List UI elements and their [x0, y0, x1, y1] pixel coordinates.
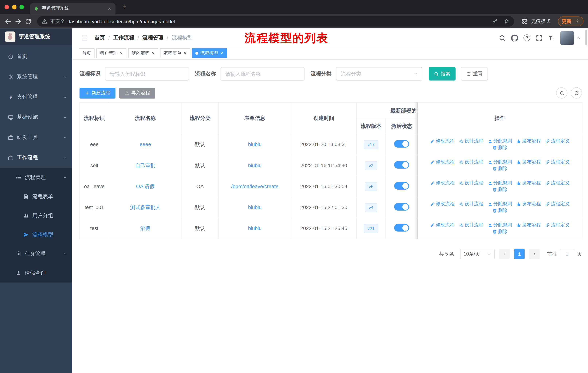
active-toggle[interactable] [394, 140, 409, 148]
github-icon[interactable] [511, 34, 518, 41]
create-process-button[interactable]: 新建流程 [79, 87, 116, 98]
search-button[interactable]: 搜索 [429, 67, 456, 81]
delete-link[interactable]: 删除 [492, 207, 507, 214]
sidebar-item-workflow[interactable]: 工作流程 [0, 148, 72, 168]
sidebar-item-process-management[interactable]: 流程管理 [0, 168, 72, 187]
assign-rules-link[interactable]: 分配规则 [488, 180, 512, 186]
form-info-link[interactable]: biubiu [248, 226, 262, 231]
browser-menu-kebab-icon[interactable] [575, 19, 580, 24]
form-info-link[interactable]: /bpm/oa/leave/create [231, 184, 278, 189]
sidebar-item-infrastructure[interactable]: 基础设施 [0, 107, 72, 127]
tag-close-icon[interactable]: × [151, 51, 155, 56]
tag-home[interactable]: 首页 [79, 48, 94, 58]
design-process-link[interactable]: 设计流程 [459, 201, 483, 207]
next-page-button[interactable] [529, 249, 540, 259]
modify-process-link[interactable]: 修改流程 [430, 222, 455, 228]
tag-process-models-active[interactable]: 流程模型 × [192, 48, 227, 58]
delete-link[interactable]: 删除 [492, 165, 507, 172]
prev-page-button[interactable] [499, 249, 510, 259]
publish-process-link[interactable]: 发布流程 [516, 180, 541, 186]
delete-link[interactable]: 删除 [492, 144, 507, 151]
design-process-link[interactable]: 设计流程 [459, 180, 483, 186]
tag-tenant-management[interactable]: 租户管理 × [96, 48, 126, 58]
sidebar-logo[interactable]: 芋道管理系统 [0, 28, 72, 45]
reset-button[interactable]: 重置 [461, 67, 488, 81]
sidebar-item-process-forms[interactable]: 流程表单 [0, 187, 72, 206]
process-category-select[interactable]: 流程分类 [336, 67, 422, 81]
active-toggle[interactable] [394, 161, 409, 169]
process-id-input[interactable] [105, 67, 189, 81]
current-page-button[interactable]: 1 [514, 249, 525, 259]
close-window-button[interactable] [5, 5, 9, 10]
publish-process-link[interactable]: 发布流程 [516, 222, 541, 228]
import-process-button[interactable]: 导入流程 [119, 87, 155, 98]
assign-rules-link[interactable]: 分配规则 [488, 222, 512, 228]
modify-process-link[interactable]: 修改流程 [430, 159, 455, 165]
modify-process-link[interactable]: 修改流程 [430, 138, 455, 144]
breadcrumb-item[interactable]: 流程管理 [142, 34, 163, 41]
sidebar-item-dev-tools[interactable]: 研发工具 [0, 128, 72, 148]
breadcrumb-item[interactable]: 首页 [94, 34, 105, 41]
goto-page-input[interactable] [560, 249, 574, 259]
page-size-select[interactable]: 10条/页 [460, 249, 494, 259]
process-name-link[interactable]: 测试多审批人 [130, 204, 161, 210]
avatar-caret-down-icon[interactable] [577, 36, 581, 40]
minimize-window-button[interactable] [12, 5, 17, 10]
sidebar-item-user-groups[interactable]: 用户分组 [0, 206, 72, 225]
zoom-window-button[interactable] [20, 5, 24, 10]
form-info-link[interactable]: biubiu [248, 163, 262, 168]
delete-link[interactable]: 删除 [492, 186, 507, 193]
new-tab-button[interactable]: + [119, 2, 129, 12]
toggle-search-button[interactable] [556, 87, 567, 99]
tab-close-icon[interactable]: × [107, 6, 112, 11]
form-info-link[interactable]: biubiu [248, 204, 262, 210]
process-name-link[interactable]: eeee [140, 142, 151, 147]
sidebar-item-system-management[interactable]: 系统管理 [0, 67, 72, 87]
back-icon[interactable] [5, 18, 12, 25]
modify-process-link[interactable]: 修改流程 [430, 201, 455, 207]
tag-close-icon[interactable]: × [120, 51, 123, 56]
modify-process-link[interactable]: 修改流程 [430, 180, 455, 186]
sidebar-item-home[interactable]: 首页 [0, 46, 72, 67]
process-definition-link[interactable]: 流程定义 [545, 180, 570, 186]
search-icon[interactable] [499, 34, 506, 41]
bookmark-star-icon[interactable] [504, 18, 510, 24]
browser-tab[interactable]: 芋道管理系统 × [30, 2, 116, 14]
sidebar-toggle-hamburger-icon[interactable] [81, 34, 88, 41]
publish-process-link[interactable]: 发布流程 [516, 159, 541, 165]
user-avatar[interactable] [560, 31, 574, 45]
active-toggle[interactable] [394, 224, 409, 232]
page-scrollbar[interactable] [586, 30, 587, 45]
password-key-icon[interactable] [492, 18, 498, 24]
assign-rules-link[interactable]: 分配规则 [488, 138, 512, 144]
help-icon[interactable]: ? [524, 34, 530, 41]
publish-process-link[interactable]: 发布流程 [516, 138, 541, 144]
process-name-link[interactable]: 滔博 [140, 225, 150, 231]
tag-my-processes[interactable]: 我的流程 × [128, 48, 158, 58]
process-definition-link[interactable]: 流程定义 [545, 159, 570, 165]
active-toggle[interactable] [394, 182, 409, 190]
process-definition-link[interactable]: 流程定义 [545, 201, 570, 207]
process-definition-link[interactable]: 流程定义 [545, 222, 570, 228]
process-definition-link[interactable]: 流程定义 [545, 138, 570, 144]
tag-close-icon[interactable]: × [183, 51, 187, 56]
fullscreen-icon[interactable] [536, 34, 543, 41]
active-toggle[interactable] [394, 203, 409, 211]
browser-update-button[interactable]: 更新 [558, 17, 583, 26]
forward-icon[interactable] [15, 18, 22, 25]
sidebar-item-leave-query[interactable]: 请假查询 [0, 263, 72, 282]
design-process-link[interactable]: 设计流程 [459, 138, 483, 144]
refresh-table-button[interactable] [571, 87, 582, 99]
publish-process-link[interactable]: 发布流程 [516, 201, 541, 207]
process-name-link[interactable]: OA 请假 [136, 183, 155, 189]
font-size-icon[interactable] [548, 34, 555, 41]
tag-process-forms[interactable]: 流程表单 × [160, 48, 190, 58]
tag-close-icon[interactable]: × [220, 51, 224, 56]
sidebar-item-payment-management[interactable]: 支付管理 [0, 87, 72, 107]
process-name-link[interactable]: 自己审批 [135, 162, 156, 168]
assign-rules-link[interactable]: 分配规则 [488, 159, 512, 165]
sidebar-item-process-models[interactable]: 流程模型 [0, 225, 72, 244]
process-name-input[interactable] [220, 67, 304, 81]
form-info-link[interactable]: biubiu [248, 142, 262, 147]
design-process-link[interactable]: 设计流程 [459, 159, 483, 165]
